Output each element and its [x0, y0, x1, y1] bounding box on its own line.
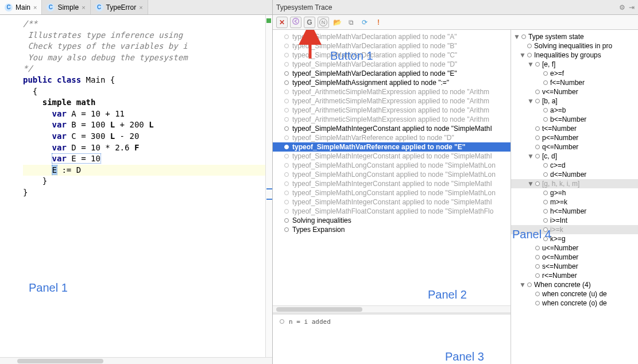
tree-node[interactable]: ▼ k>=g	[511, 234, 638, 243]
disclosure-triangle-icon[interactable]: ▼	[527, 152, 533, 160]
trace-row[interactable]: typeof_SimpleMathVarDeclaration applied …	[273, 69, 511, 78]
tab-label: TypeError	[106, 3, 137, 11]
close-icon[interactable]: ×	[139, 4, 142, 11]
code-editor[interactable]: /** Illustrates type inference using Che…	[0, 15, 265, 357]
trace-row[interactable]: Types Expansion	[273, 225, 511, 234]
trace-row[interactable]: typeof_SimpleMathIntegerConstant applied…	[273, 124, 511, 133]
trace-row[interactable]: typeof_SimpleMathIntegerConstant applied…	[273, 152, 511, 161]
trace-row[interactable]: typeof_SimpleMathVarDeclaration applied …	[273, 51, 511, 60]
tree-node[interactable]: ▼ when concrete (u) de	[511, 289, 638, 299]
tree-node[interactable]: ▼ q<=Number	[511, 142, 638, 152]
trace-row[interactable]: typeof_SimpleMathVarReference applied to…	[273, 142, 511, 152]
tree-node[interactable]: ▼ b<=Number	[511, 115, 638, 124]
step-back-button[interactable]	[290, 17, 301, 28]
tree-node[interactable]: ▼ a>=b	[511, 106, 638, 115]
trace-row[interactable]: typeof_ArithmeticSimpleMathExpression ap…	[273, 96, 511, 106]
tree-node[interactable]: ▼ g>=h	[511, 188, 638, 198]
trace-row-label: typeof_SimpleMathIntegerConstant applied…	[292, 125, 492, 133]
trace-row-label: typeof_ArithmeticSimpleMathExpression ap…	[292, 88, 489, 96]
disclosure-triangle-icon[interactable]: ▼	[527, 60, 533, 68]
trace-row[interactable]: typeof_SimpleMathVarDeclaration applied …	[273, 60, 511, 69]
trace-row[interactable]: typeof_SimpleMathFloatConstant applied t…	[273, 207, 511, 216]
tree-node[interactable]: ▼ when concrete (o) de	[511, 299, 638, 308]
tree-node[interactable]: ▼ i>=Int	[511, 216, 638, 225]
disclosure-triangle-icon[interactable]: ▼	[519, 281, 525, 289]
tree-node[interactable]: ▼ [b, a]	[511, 96, 638, 106]
trace-row-label: typeof_SimpleMathVarDeclaration applied …	[292, 42, 457, 50]
step-next-button[interactable]: N	[318, 17, 329, 28]
trace-row[interactable]: typeof_ArithmeticSimpleMathExpression ap…	[273, 106, 511, 115]
tree-node-label: v<=Number	[542, 88, 578, 96]
bullet-icon	[527, 53, 532, 57]
var-decl[interactable]: var A = 10 + 11	[23, 109, 265, 120]
gear-icon[interactable]: ⚙	[619, 3, 625, 11]
editor-horizontal-scrollbar[interactable]	[0, 357, 272, 364]
trace-row[interactable]: typeof_SimpleMathIntegerConstant applied…	[273, 179, 511, 188]
trace-row[interactable]: typeof_SimpleMathLongConstant applied to…	[273, 170, 511, 179]
assign-line[interactable]: E := D	[23, 165, 265, 176]
disclosure-triangle-icon[interactable]: ▼	[527, 97, 533, 105]
disclosure-triangle-icon[interactable]: ▼	[527, 180, 533, 188]
tree-node[interactable]: ▼ Type system state	[511, 32, 638, 41]
tree-node[interactable]: ▼ Solving inequalities in pro	[511, 41, 638, 51]
trace-horizontal-scrollbar[interactable]	[273, 305, 511, 312]
close-icon[interactable]: ×	[33, 4, 37, 11]
trace-row[interactable]: Solving inequalities	[273, 216, 511, 225]
tab-main[interactable]: C Main ×	[0, 0, 42, 14]
trace-row[interactable]: typeof_SimpleMathVarDeclaration applied …	[273, 32, 511, 41]
minimize-icon[interactable]: ⇥	[629, 3, 635, 11]
tree-node[interactable]: ▼ i>=k	[511, 225, 638, 234]
trace-row[interactable]: typeof_ArithmeticSimpleMathExpression ap…	[273, 115, 511, 124]
tree-node[interactable]: ▼ d<=Number	[511, 170, 638, 179]
tree-node[interactable]: ▼ m>=k	[511, 198, 638, 207]
close-button[interactable]: ✕	[276, 17, 288, 28]
scroll-thumb[interactable]	[276, 307, 362, 312]
tree-node[interactable]: ▼ s<=Number	[511, 262, 638, 271]
var-decl[interactable]: var D = 10 * 2.6 F	[23, 142, 265, 154]
trace-row[interactable]: typeof_SimpleMathLongConstant applied to…	[273, 161, 511, 170]
tree-node[interactable]: ▼ Inequalities by groups	[511, 51, 638, 60]
tree-node[interactable]: ▼ h<=Number	[511, 207, 638, 216]
var-decl[interactable]: var C = 300 L - 20	[23, 131, 265, 142]
tree-node[interactable]: ▼ f<=Number	[511, 78, 638, 87]
go-button[interactable]: G	[304, 17, 315, 28]
tree-node[interactable]: ▼ When concrete (4)	[511, 280, 638, 289]
copy-button[interactable]: ⧉	[345, 17, 357, 28]
var-decl[interactable]: var E = 10	[23, 153, 265, 165]
tree-node[interactable]: ▼ v<=Number	[511, 87, 638, 96]
bullet-icon	[284, 163, 289, 168]
trace-row[interactable]: typeof_SimpleMathAssignment applied to n…	[273, 78, 511, 87]
state-pane[interactable]: ▼ Type system state▼ Solving inequalitie…	[511, 30, 638, 364]
tree-node[interactable]: ▼ r<=Number	[511, 271, 638, 280]
tree-node[interactable]: ▼ [g, h, k, i, m]	[511, 179, 638, 188]
open-folder-button[interactable]: 📂	[331, 17, 343, 28]
disclosure-triangle-icon[interactable]: ▼	[513, 33, 519, 41]
class-icon: C	[5, 3, 13, 11]
refresh-button[interactable]: ⟳	[359, 17, 370, 28]
tree-node[interactable]: ▼ e>=f	[511, 69, 638, 78]
scroll-thumb[interactable]	[17, 359, 103, 363]
tab-label: Main	[16, 3, 30, 11]
tree-node[interactable]: ▼ [c, d]	[511, 152, 638, 161]
trace-row[interactable]: typeof_SimpleMathVarDeclaration applied …	[273, 41, 511, 51]
tree-node[interactable]: ▼ u<=Number	[511, 243, 638, 253]
tree-node[interactable]: ▼ t<=Number	[511, 124, 638, 133]
disclosure-triangle-icon[interactable]: ▼	[519, 51, 525, 59]
close-icon[interactable]: ×	[82, 4, 85, 11]
trace-row[interactable]: typeof_ArithmeticSimpleMathExpression ap…	[273, 87, 511, 96]
trace-row[interactable]: typeof_SimpleMathVarReference applied to…	[273, 133, 511, 142]
trace-list[interactable]: typeof_SimpleMathVarDeclaration applied …	[273, 30, 511, 305]
trace-row[interactable]: typeof_SimpleMathIntegerConstant applied…	[273, 198, 511, 207]
trace-row[interactable]: typeof_SimpleMathLongConstant applied to…	[273, 188, 511, 198]
tab-terr[interactable]: C TypeError ×	[91, 0, 148, 14]
tree-node[interactable]: ▼ o<=Number	[511, 253, 638, 262]
tree-node-label: t<=Number	[542, 125, 577, 133]
warn-button[interactable]: !	[373, 17, 384, 28]
tree-node[interactable]: ▼ [e, f]	[511, 60, 638, 69]
go-icon: G	[307, 18, 312, 26]
bullet-icon	[284, 117, 289, 122]
tree-node[interactable]: ▼ p<=Number	[511, 133, 638, 142]
var-decl[interactable]: var B = 100 L + 200 L	[23, 119, 265, 131]
tab-simple[interactable]: C Simple ×	[42, 0, 90, 14]
tree-node[interactable]: ▼ c>=d	[511, 161, 638, 170]
